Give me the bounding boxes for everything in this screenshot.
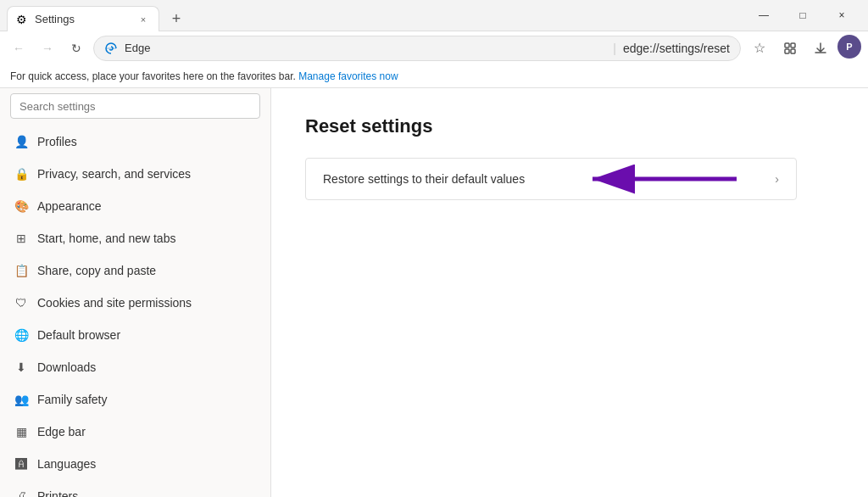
settings-tab-icon: ⚙ xyxy=(16,13,30,26)
sidebar-label-appearance: Appearance xyxy=(37,199,102,213)
sidebar-item-share-copy[interactable]: 📋Share, copy and paste xyxy=(0,254,270,287)
sidebar-item-start-home[interactable]: ⊞Start, home, and new tabs xyxy=(0,222,270,254)
sidebar-item-edge-bar[interactable]: ▦Edge bar xyxy=(0,416,270,448)
sidebar-label-cookies: Cookies and site permissions xyxy=(37,296,192,310)
manage-favorites-link[interactable]: Manage favorites now xyxy=(298,70,398,82)
sidebar-label-start-home: Start, home, and new tabs xyxy=(37,232,175,245)
sidebar-item-family-safety[interactable]: 👥Family safety xyxy=(0,383,270,416)
default-browser-icon: 🌐 xyxy=(14,327,29,343)
title-bar: ⚙ Settings × + — □ × xyxy=(0,0,868,31)
sidebar-label-printers: Printers xyxy=(37,489,78,497)
address-field[interactable]: Edge | edge://settings/reset xyxy=(93,36,741,61)
sidebar-item-privacy[interactable]: 🔒Privacy, search, and services xyxy=(0,158,270,190)
sidebar-item-appearance[interactable]: 🎨Appearance xyxy=(0,190,270,222)
svg-rect-3 xyxy=(791,49,795,53)
content-area: Reset settings Restore settings to their… xyxy=(271,88,868,497)
sidebar-search-container xyxy=(0,93,270,126)
settings-tab-title: Settings xyxy=(35,13,131,25)
share-copy-icon: 📋 xyxy=(14,263,29,278)
sidebar-item-profiles[interactable]: 👤Profiles xyxy=(0,126,270,158)
edge-logo-icon xyxy=(104,42,118,55)
edge-bar-icon: ▦ xyxy=(14,424,29,439)
sidebar-label-downloads: Downloads xyxy=(37,360,96,374)
sidebar-label-privacy: Privacy, search, and services xyxy=(37,167,191,181)
sidebar-item-printers[interactable]: 🖨Printers xyxy=(0,480,270,497)
page-title: Reset settings xyxy=(305,115,834,137)
profile-avatar[interactable]: P xyxy=(837,35,861,59)
sidebar-search-input[interactable] xyxy=(10,93,260,119)
address-label: Edge xyxy=(125,42,606,54)
tab-bar: ⚙ Settings × + xyxy=(7,0,744,31)
address-separator: | xyxy=(613,42,616,55)
maximize-button[interactable]: □ xyxy=(783,0,822,31)
appearance-icon: 🎨 xyxy=(14,198,29,214)
sidebar-item-default-browser[interactable]: 🌐Default browser xyxy=(0,319,270,351)
collections-icon[interactable] xyxy=(776,35,804,62)
sidebar-label-edge-bar: Edge bar xyxy=(37,425,86,438)
sidebar-label-default-browser: Default browser xyxy=(37,328,120,342)
sidebar-item-languages[interactable]: 🅰Languages xyxy=(0,448,270,480)
sidebar-item-downloads[interactable]: ⬇Downloads xyxy=(0,351,270,383)
window-controls: — □ × xyxy=(744,0,861,31)
address-bar: ← → ↻ Edge | edge://settings/reset ☆ xyxy=(0,31,868,64)
restore-chevron-icon: › xyxy=(775,172,779,186)
downloads-toolbar-icon[interactable] xyxy=(807,35,834,62)
favorites-bar-text: For quick access, place your favorites h… xyxy=(10,70,296,82)
svg-rect-1 xyxy=(791,43,795,47)
sidebar-label-profiles: Profiles xyxy=(37,135,77,148)
refresh-button[interactable]: ↻ xyxy=(64,36,88,60)
sidebar: 👤Profiles🔒Privacy, search, and services🎨… xyxy=(0,88,271,497)
main-layout: 👤Profiles🔒Privacy, search, and services🎨… xyxy=(0,88,868,497)
forward-button[interactable]: → xyxy=(36,36,59,60)
sidebar-label-share-copy: Share, copy and paste xyxy=(37,264,156,277)
favorites-icon[interactable]: ☆ xyxy=(746,35,773,62)
toolbar-actions: ☆ P xyxy=(746,35,861,62)
sidebar-items-container: 👤Profiles🔒Privacy, search, and services🎨… xyxy=(0,126,270,497)
sidebar-item-cookies[interactable]: 🛡Cookies and site permissions xyxy=(0,287,270,319)
sidebar-label-family-safety: Family safety xyxy=(37,393,107,406)
address-url: edge://settings/reset xyxy=(623,42,730,55)
restore-defaults-label: Restore settings to their default values xyxy=(323,172,525,186)
new-tab-button[interactable]: + xyxy=(164,7,188,31)
cookies-icon: 🛡 xyxy=(14,295,29,310)
svg-rect-0 xyxy=(785,43,789,47)
family-safety-icon: 👥 xyxy=(14,392,29,407)
restore-defaults-button[interactable]: Restore settings to their default values… xyxy=(305,158,797,200)
minimize-button[interactable]: — xyxy=(744,0,783,31)
svg-rect-2 xyxy=(785,49,789,53)
profiles-icon: 👤 xyxy=(14,134,29,149)
downloads-icon: ⬇ xyxy=(14,360,29,375)
privacy-icon: 🔒 xyxy=(14,166,29,181)
sidebar-label-languages: Languages xyxy=(37,457,96,471)
reset-item-container: Restore settings to their default values… xyxy=(305,158,797,200)
settings-tab[interactable]: ⚙ Settings × xyxy=(7,6,159,31)
languages-icon: 🅰 xyxy=(14,456,29,472)
close-tab-button[interactable]: × xyxy=(136,13,150,26)
printers-icon: 🖨 xyxy=(14,489,29,497)
close-window-button[interactable]: × xyxy=(822,0,861,31)
start-home-icon: ⊞ xyxy=(14,231,29,246)
back-button[interactable]: ← xyxy=(7,36,31,60)
favorites-bar: For quick access, place your favorites h… xyxy=(0,64,868,88)
